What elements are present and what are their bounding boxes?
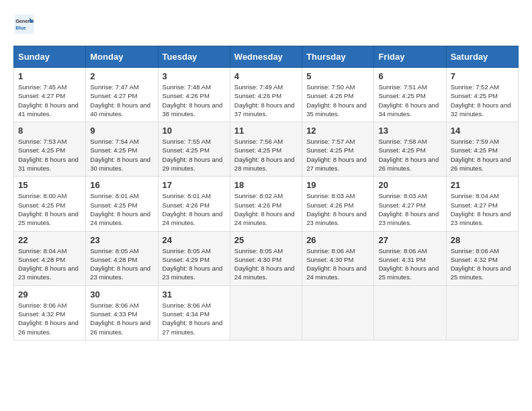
day-cell-2: 2Sunrise: 7:47 AMSunset: 4:27 PMDaylight… <box>86 68 158 122</box>
day-cell-31: 31Sunrise: 8:06 AMSunset: 4:34 PMDayligh… <box>158 285 230 340</box>
calendar-table: SundayMondayTuesdayWednesdayThursdayFrid… <box>13 46 519 340</box>
day-cell-24: 24Sunrise: 8:05 AMSunset: 4:29 PMDayligh… <box>158 231 230 285</box>
day-number: 27 <box>378 235 441 245</box>
calendar-week-2: 8Sunrise: 7:53 AMSunset: 4:25 PMDaylight… <box>14 122 519 177</box>
day-cell-14: 14Sunrise: 7:59 AMSunset: 4:25 PMDayligh… <box>446 122 518 177</box>
calendar-week-4: 22Sunrise: 8:04 AMSunset: 4:28 PMDayligh… <box>14 231 519 285</box>
day-cell-9: 9Sunrise: 7:54 AMSunset: 4:25 PMDaylight… <box>86 122 158 177</box>
day-cell-30: 30Sunrise: 8:06 AMSunset: 4:33 PMDayligh… <box>86 285 158 340</box>
day-cell-21: 21Sunrise: 8:04 AMSunset: 4:27 PMDayligh… <box>446 177 518 231</box>
day-number: 16 <box>90 180 153 190</box>
day-cell-1: 1Sunrise: 7:45 AMSunset: 4:27 PMDaylight… <box>14 68 86 122</box>
day-info: Sunrise: 7:45 AMSunset: 4:27 PMDaylight:… <box>18 83 79 118</box>
day-number: 30 <box>90 289 153 300</box>
day-info: Sunrise: 8:06 AMSunset: 4:31 PMDaylight:… <box>378 247 439 281</box>
column-header-saturday: Saturday <box>446 46 518 68</box>
column-header-friday: Friday <box>374 46 446 68</box>
day-number: 10 <box>163 126 226 136</box>
day-number: 8 <box>18 126 81 136</box>
day-number: 20 <box>378 180 441 190</box>
day-number: 23 <box>90 235 153 245</box>
day-info: Sunrise: 8:06 AMSunset: 4:33 PMDaylight:… <box>90 302 150 336</box>
day-info: Sunrise: 7:47 AMSunset: 4:27 PMDaylight:… <box>90 83 150 118</box>
day-cell-13: 13Sunrise: 7:58 AMSunset: 4:25 PMDayligh… <box>374 122 446 177</box>
day-info: Sunrise: 7:48 AMSunset: 4:26 PMDaylight:… <box>163 83 223 118</box>
day-info: Sunrise: 8:06 AMSunset: 4:34 PMDaylight:… <box>163 302 223 336</box>
day-info: Sunrise: 7:55 AMSunset: 4:25 PMDaylight:… <box>163 138 223 172</box>
day-info: Sunrise: 7:58 AMSunset: 4:25 PMDaylight:… <box>378 138 439 172</box>
day-number: 7 <box>451 71 514 81</box>
day-info: Sunrise: 8:03 AMSunset: 4:27 PMDaylight:… <box>378 192 439 226</box>
day-cell-11: 11Sunrise: 7:56 AMSunset: 4:25 PMDayligh… <box>230 122 302 177</box>
column-header-thursday: Thursday <box>302 46 374 68</box>
day-info: Sunrise: 8:03 AMSunset: 4:26 PMDaylight:… <box>306 192 367 226</box>
day-info: Sunrise: 8:05 AMSunset: 4:28 PMDaylight:… <box>90 247 150 281</box>
day-info: Sunrise: 8:04 AMSunset: 4:28 PMDaylight:… <box>18 247 79 281</box>
empty-cell <box>446 285 518 340</box>
day-number: 12 <box>306 126 369 136</box>
day-number: 4 <box>234 71 298 81</box>
day-info: Sunrise: 8:01 AMSunset: 4:25 PMDaylight:… <box>90 192 150 226</box>
day-number: 14 <box>451 126 514 136</box>
day-info: Sunrise: 7:54 AMSunset: 4:25 PMDaylight:… <box>90 138 150 172</box>
day-number: 19 <box>306 180 369 190</box>
day-cell-8: 8Sunrise: 7:53 AMSunset: 4:25 PMDaylight… <box>14 122 86 177</box>
day-number: 29 <box>18 289 81 300</box>
day-cell-6: 6Sunrise: 7:51 AMSunset: 4:25 PMDaylight… <box>374 68 446 122</box>
day-number: 25 <box>234 235 298 245</box>
day-number: 18 <box>234 180 298 190</box>
empty-cell <box>374 285 446 340</box>
day-info: Sunrise: 7:50 AMSunset: 4:26 PMDaylight:… <box>306 83 367 118</box>
day-number: 6 <box>378 71 441 81</box>
day-info: Sunrise: 7:53 AMSunset: 4:25 PMDaylight:… <box>18 138 79 172</box>
day-info: Sunrise: 8:04 AMSunset: 4:27 PMDaylight:… <box>451 192 511 226</box>
day-number: 9 <box>90 126 153 136</box>
day-number: 26 <box>306 235 369 245</box>
day-cell-18: 18Sunrise: 8:02 AMSunset: 4:26 PMDayligh… <box>230 177 302 231</box>
day-info: Sunrise: 7:49 AMSunset: 4:26 PMDaylight:… <box>234 83 295 118</box>
svg-text:Blue: Blue <box>15 25 26 31</box>
day-cell-22: 22Sunrise: 8:04 AMSunset: 4:28 PMDayligh… <box>14 231 86 285</box>
day-cell-4: 4Sunrise: 7:49 AMSunset: 4:26 PMDaylight… <box>230 68 302 122</box>
day-number: 28 <box>451 235 514 245</box>
day-number: 15 <box>18 180 81 190</box>
day-info: Sunrise: 8:06 AMSunset: 4:30 PMDaylight:… <box>306 247 367 281</box>
column-header-tuesday: Tuesday <box>158 46 230 68</box>
day-cell-28: 28Sunrise: 8:06 AMSunset: 4:32 PMDayligh… <box>446 231 518 285</box>
day-cell-3: 3Sunrise: 7:48 AMSunset: 4:26 PMDaylight… <box>158 68 230 122</box>
day-info: Sunrise: 8:05 AMSunset: 4:29 PMDaylight:… <box>163 247 223 281</box>
calendar-week-5: 29Sunrise: 8:06 AMSunset: 4:32 PMDayligh… <box>14 285 519 340</box>
day-cell-17: 17Sunrise: 8:01 AMSunset: 4:26 PMDayligh… <box>158 177 230 231</box>
day-cell-5: 5Sunrise: 7:50 AMSunset: 4:26 PMDaylight… <box>302 68 374 122</box>
day-cell-12: 12Sunrise: 7:57 AMSunset: 4:25 PMDayligh… <box>302 122 374 177</box>
day-number: 5 <box>306 71 369 81</box>
day-number: 21 <box>451 180 514 190</box>
day-cell-16: 16Sunrise: 8:01 AMSunset: 4:25 PMDayligh… <box>86 177 158 231</box>
day-info: Sunrise: 8:06 AMSunset: 4:32 PMDaylight:… <box>18 302 79 336</box>
day-number: 11 <box>234 126 298 136</box>
day-number: 31 <box>163 289 226 300</box>
day-info: Sunrise: 8:05 AMSunset: 4:30 PMDaylight:… <box>234 247 295 281</box>
column-header-sunday: Sunday <box>14 46 86 68</box>
day-number: 2 <box>90 71 153 81</box>
day-number: 13 <box>378 126 441 136</box>
day-info: Sunrise: 7:51 AMSunset: 4:25 PMDaylight:… <box>378 83 439 118</box>
day-cell-20: 20Sunrise: 8:03 AMSunset: 4:27 PMDayligh… <box>374 177 446 231</box>
day-number: 24 <box>163 235 226 245</box>
day-info: Sunrise: 8:06 AMSunset: 4:32 PMDaylight:… <box>451 247 511 281</box>
calendar-week-1: 1Sunrise: 7:45 AMSunset: 4:27 PMDaylight… <box>14 68 519 122</box>
day-cell-29: 29Sunrise: 8:06 AMSunset: 4:32 PMDayligh… <box>14 285 86 340</box>
day-cell-27: 27Sunrise: 8:06 AMSunset: 4:31 PMDayligh… <box>374 231 446 285</box>
day-info: Sunrise: 8:00 AMSunset: 4:25 PMDaylight:… <box>18 192 79 226</box>
day-info: Sunrise: 8:02 AMSunset: 4:26 PMDaylight:… <box>234 192 295 226</box>
day-cell-10: 10Sunrise: 7:55 AMSunset: 4:25 PMDayligh… <box>158 122 230 177</box>
day-number: 22 <box>18 235 81 245</box>
day-number: 1 <box>18 71 81 81</box>
day-info: Sunrise: 7:59 AMSunset: 4:25 PMDaylight:… <box>451 138 511 172</box>
day-number: 3 <box>163 71 226 81</box>
day-cell-19: 19Sunrise: 8:03 AMSunset: 4:26 PMDayligh… <box>302 177 374 231</box>
logo-icon: General Blue <box>13 13 35 35</box>
day-info: Sunrise: 7:57 AMSunset: 4:25 PMDaylight:… <box>306 138 367 172</box>
day-cell-15: 15Sunrise: 8:00 AMSunset: 4:25 PMDayligh… <box>14 177 86 231</box>
empty-cell <box>302 285 374 340</box>
